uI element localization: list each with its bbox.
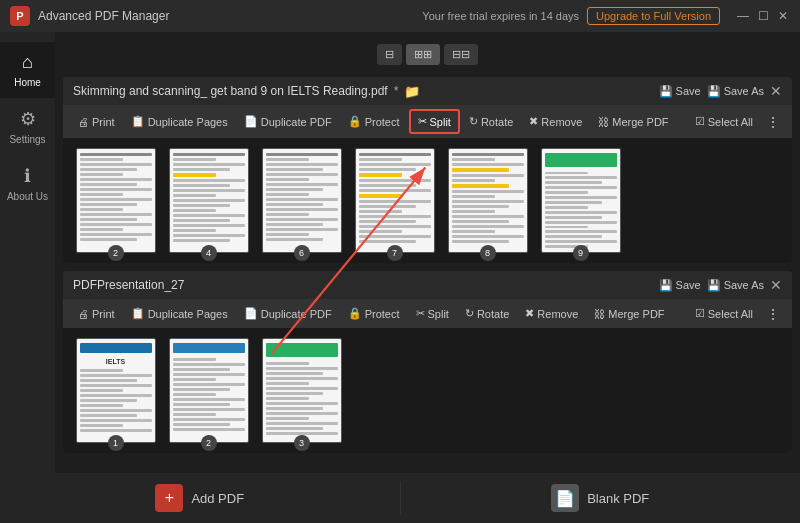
- protect-icon: 🔒: [348, 115, 362, 128]
- sidebar-item-about[interactable]: ℹ About Us: [0, 155, 55, 212]
- pdf2-protect-btn[interactable]: 🔒 Protect: [341, 303, 407, 324]
- view-btn-2[interactable]: ⊞⊞: [406, 44, 440, 65]
- page-thumb[interactable]: 2: [73, 148, 158, 253]
- sidebar-item-home[interactable]: ⌂ Home: [0, 42, 55, 98]
- add-pdf-button[interactable]: + Add PDF: [0, 473, 400, 523]
- sidebar-item-settings[interactable]: ⚙ Settings: [0, 98, 55, 155]
- view-btn-1[interactable]: ⊟: [377, 44, 402, 65]
- pdf2-more-btn[interactable]: ⋮: [762, 304, 784, 324]
- pdf1-folder-icon[interactable]: 📁: [404, 84, 420, 99]
- page-thumb[interactable]: 2: [166, 338, 251, 443]
- duplicate-pages-icon: 📋: [131, 115, 145, 128]
- blank-pdf-icon: 📄: [551, 484, 579, 512]
- upgrade-button[interactable]: Upgrade to Full Version: [587, 7, 720, 25]
- pdf1-more-btn[interactable]: ⋮: [762, 112, 784, 132]
- pdf2-duplicate-pdf-btn[interactable]: 📄 Duplicate PDF: [237, 303, 339, 324]
- minimize-button[interactable]: —: [736, 9, 750, 23]
- pdf1-print-btn[interactable]: 🖨 Print: [71, 112, 122, 132]
- saveas2-icon: 💾: [707, 279, 721, 292]
- rotate-icon: ↻: [469, 115, 478, 128]
- merge-icon: ⛓: [598, 116, 609, 128]
- checkbox-icon: ☑: [695, 115, 705, 128]
- sidebar-label-settings: Settings: [9, 134, 45, 145]
- print2-icon: 🖨: [78, 308, 89, 320]
- pdf1-saveas-btn[interactable]: 💾 Save As: [707, 85, 764, 98]
- view-toolbar: ⊟ ⊞⊞ ⊟⊟: [63, 40, 792, 69]
- add-pdf-icon: +: [155, 484, 183, 512]
- app-title: Advanced PDF Manager: [38, 9, 169, 23]
- page-thumb[interactable]: IELTS: [73, 338, 158, 443]
- blank-pdf-button[interactable]: 📄 Blank PDF: [401, 473, 801, 523]
- print-icon: 🖨: [78, 116, 89, 128]
- pdf2-remove-btn[interactable]: ✖ Remove: [518, 303, 585, 324]
- pdf2-print-btn[interactable]: 🖨 Print: [71, 304, 122, 324]
- pdf2-select-all-btn[interactable]: ☑ Select All: [688, 303, 760, 324]
- pdf2-title: PDFPresentation_27: [73, 278, 184, 292]
- pdf2-pages: IELTS: [63, 328, 792, 453]
- saveas-icon: 💾: [707, 85, 721, 98]
- view-btn-3[interactable]: ⊟⊟: [444, 44, 478, 65]
- save2-icon: 💾: [659, 279, 673, 292]
- pdf2-merge-btn[interactable]: ⛓ Merge PDF: [587, 304, 671, 324]
- checkbox2-icon: ☑: [695, 307, 705, 320]
- pdf1-modified-indicator: *: [394, 84, 399, 98]
- dup-pages2-icon: 📋: [131, 307, 145, 320]
- info-icon: ℹ: [24, 165, 31, 187]
- sidebar-label-about: About Us: [7, 191, 48, 202]
- pdf-block-1: Skimming and scanning_ get band 9 on IEL…: [63, 77, 792, 263]
- pdf1-remove-btn[interactable]: ✖ Remove: [522, 111, 589, 132]
- page-thumb[interactable]: 9: [538, 148, 623, 253]
- pdf1-save-btn[interactable]: 💾 Save: [659, 85, 701, 98]
- pdf1-duplicate-pages-btn[interactable]: 📋 Duplicate Pages: [124, 111, 235, 132]
- pdf1-split-btn[interactable]: ✂ Split: [409, 109, 460, 134]
- pdf1-close-btn[interactable]: ✕: [770, 83, 782, 99]
- page-thumb[interactable]: 4: [166, 148, 251, 253]
- page-thumb[interactable]: 7: [352, 148, 437, 253]
- pdf1-rotate-btn[interactable]: ↻ Rotate: [462, 111, 520, 132]
- pdf2-header: PDFPresentation_27 💾 Save 💾 Save As ✕: [63, 271, 792, 299]
- pdf1-title: Skimming and scanning_ get band 9 on IEL…: [73, 84, 388, 98]
- protect2-icon: 🔒: [348, 307, 362, 320]
- close-button[interactable]: ✕: [776, 9, 790, 23]
- split-icon: ✂: [418, 115, 427, 128]
- page-thumb[interactable]: 3: [259, 338, 344, 443]
- maximize-button[interactable]: ☐: [756, 9, 770, 23]
- dup-pdf2-icon: 📄: [244, 307, 258, 320]
- settings-icon: ⚙: [20, 108, 36, 130]
- add-pdf-label: Add PDF: [191, 491, 244, 506]
- pdf2-split-btn[interactable]: ✂ Split: [409, 303, 456, 324]
- sidebar: ⌂ Home ⚙ Settings ℹ About Us: [0, 32, 55, 473]
- pdf2-toolbar: 🖨 Print 📋 Duplicate Pages 📄 Duplicate PD…: [63, 299, 792, 328]
- merge2-icon: ⛓: [594, 308, 605, 320]
- pdf1-duplicate-pdf-btn[interactable]: 📄 Duplicate PDF: [237, 111, 339, 132]
- pdf1-merge-btn[interactable]: ⛓ Merge PDF: [591, 112, 675, 132]
- pdf1-toolbar: 🖨 Print 📋 Duplicate Pages 📄 Duplicate PD…: [63, 105, 792, 138]
- title-bar: P Advanced PDF Manager Your free trial e…: [0, 0, 800, 32]
- page-thumb[interactable]: 8: [445, 148, 530, 253]
- remove2-icon: ✖: [525, 307, 534, 320]
- blank-pdf-label: Blank PDF: [587, 491, 649, 506]
- pdf2-saveas-btn[interactable]: 💾 Save As: [707, 279, 764, 292]
- pdf1-pages: 2: [63, 138, 792, 263]
- save-icon: 💾: [659, 85, 673, 98]
- pdf2-close-btn[interactable]: ✕: [770, 277, 782, 293]
- rotate2-icon: ↻: [465, 307, 474, 320]
- pdf2-duplicate-pages-btn[interactable]: 📋 Duplicate Pages: [124, 303, 235, 324]
- pdf2-save-btn[interactable]: 💾 Save: [659, 279, 701, 292]
- trial-text: Your free trial expires in 14 days: [422, 10, 579, 22]
- pdf-block-2: PDFPresentation_27 💾 Save 💾 Save As ✕: [63, 271, 792, 453]
- pdf1-select-all-btn[interactable]: ☑ Select All: [688, 111, 760, 132]
- duplicate-pdf-icon: 📄: [244, 115, 258, 128]
- app-icon: P: [10, 6, 30, 26]
- bottom-bar: + Add PDF 📄 Blank PDF: [0, 473, 800, 523]
- pdf1-header: Skimming and scanning_ get band 9 on IEL…: [63, 77, 792, 105]
- page-thumb[interactable]: 6: [259, 148, 344, 253]
- home-icon: ⌂: [22, 52, 33, 73]
- sidebar-label-home: Home: [14, 77, 41, 88]
- split2-icon: ✂: [416, 307, 425, 320]
- pdf1-protect-btn[interactable]: 🔒 Protect: [341, 111, 407, 132]
- content-area: ⊟ ⊞⊞ ⊟⊟ Skimming and scanning_ get band …: [55, 32, 800, 473]
- remove-icon: ✖: [529, 115, 538, 128]
- pdf2-rotate-btn[interactable]: ↻ Rotate: [458, 303, 516, 324]
